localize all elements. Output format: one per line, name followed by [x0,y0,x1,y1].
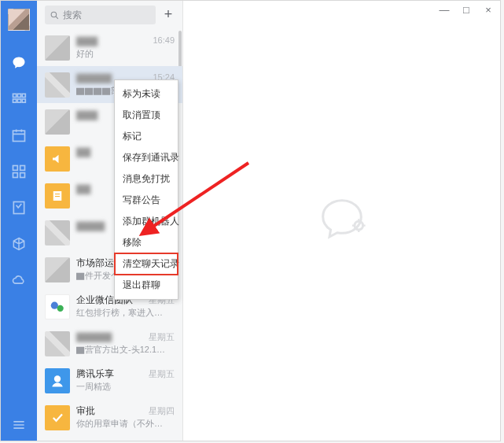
context-menu-item[interactable]: 清空聊天记录 [115,253,178,275]
empty-chat-placeholder-icon [312,190,372,253]
chat-time: 星期五 [149,368,175,380]
chat-subtitle: 你的用章申请（不外… [76,418,175,429]
svg-rect-9 [13,173,18,178]
minimize-button[interactable]: — [439,4,450,16]
context-menu: 标为未读取消置顶标记保存到通讯录消息免打扰写群公告添加群机器人移除清空聊天记录退… [114,79,178,300]
svg-rect-5 [22,99,25,102]
svg-point-16 [51,302,58,309]
conversation-panel: 搜索 + ▇▇▇好的16:49▇▇▇▇▇▇▇▇▇部...15:24▇▇▇21分钟… [37,1,183,441]
svg-rect-15 [55,196,60,197]
svg-point-17 [57,305,64,312]
svg-rect-6 [13,131,25,141]
left-nav [1,1,37,441]
svg-rect-7 [13,166,18,171]
chat-item[interactable]: 审批你的用章申请（不外…星期四 [37,399,182,436]
context-menu-item[interactable]: 取消置顶 [115,105,178,126]
chat-item[interactable]: ▇▇▇▇▇▇营官方出文-头12.1…星期五 [37,325,182,362]
context-menu-item[interactable]: 退出群聊 [115,275,178,296]
close-button[interactable]: × [483,4,494,16]
app-window: 搜索 + ▇▇▇好的16:49▇▇▇▇▇▇▇▇▇部...15:24▇▇▇21分钟… [0,0,501,441]
context-menu-item[interactable]: 标为未读 [115,83,178,105]
main-pane: — □ × [183,1,500,441]
svg-point-12 [51,12,57,17]
user-avatar[interactable] [8,9,30,31]
docs-icon[interactable] [11,200,27,216]
box-icon[interactable] [11,236,27,252]
chat-subtitle: 好的 [76,48,175,59]
svg-rect-10 [20,173,25,178]
menu-icon[interactable] [11,417,27,433]
window-controls: — □ × [439,4,494,16]
contacts-icon[interactable] [11,91,27,107]
svg-rect-0 [13,94,17,97]
context-menu-item[interactable]: 保存到通讯录 [115,147,178,168]
add-button[interactable]: + [160,7,176,23]
chat-subtitle: 一周精选 [76,381,175,392]
search-row: 搜索 + [37,1,182,29]
context-menu-item[interactable]: 标记 [115,126,178,147]
context-menu-item[interactable]: 写群公告 [115,190,178,211]
calendar-icon[interactable] [11,127,27,143]
chat-time: 16:49 [153,35,175,45]
context-menu-item[interactable]: 消息免打扰 [115,168,178,190]
chat-item[interactable]: ▇▇▇好的16:49 [37,29,182,66]
apps-icon[interactable] [11,164,27,179]
svg-rect-2 [22,94,25,97]
chat-subtitle: 红包排行榜，寒进入… [76,307,175,318]
search-input[interactable]: 搜索 [45,6,156,24]
search-placeholder: 搜索 [63,9,82,22]
maximize-button[interactable]: □ [461,4,472,16]
svg-rect-8 [20,166,25,171]
svg-rect-3 [13,99,17,102]
svg-rect-4 [17,99,20,102]
context-menu-item[interactable]: 移除 [115,232,178,253]
svg-rect-14 [55,194,60,194]
chat-subtitle: ▇营官方出文-头12.1… [76,344,175,355]
svg-point-18 [54,375,61,382]
svg-rect-1 [17,94,20,97]
chat-time: 星期五 [149,331,175,343]
context-menu-item[interactable]: 添加群机器人 [115,211,178,232]
chat-icon[interactable] [11,55,27,71]
chat-item[interactable]: 腾讯乐享一周精选星期五 [37,362,182,399]
cloud-icon[interactable] [11,272,27,288]
chat-time: 星期四 [149,405,175,417]
